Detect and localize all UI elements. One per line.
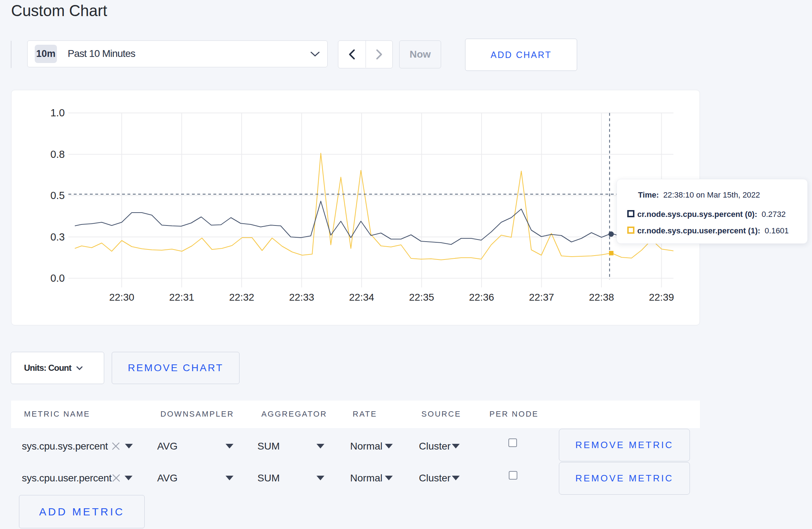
svg-text:1.0: 1.0 <box>50 107 65 118</box>
svg-text:0.0: 0.0 <box>50 272 65 284</box>
svg-text:22:37: 22:37 <box>529 292 554 303</box>
svg-text:22:34: 22:34 <box>349 292 374 303</box>
svg-text:0.3: 0.3 <box>50 231 65 243</box>
svg-text:22:35: 22:35 <box>409 292 434 303</box>
svg-text:0.8: 0.8 <box>50 149 65 160</box>
svg-text:22:32: 22:32 <box>229 292 254 303</box>
svg-text:22:36: 22:36 <box>469 292 494 303</box>
svg-text:22:33: 22:33 <box>289 292 314 303</box>
svg-text:22:31: 22:31 <box>169 292 194 303</box>
svg-text:0.5: 0.5 <box>50 190 65 201</box>
svg-text:22:39: 22:39 <box>649 292 674 303</box>
svg-text:22:38: 22:38 <box>589 292 614 303</box>
svg-text:22:30: 22:30 <box>109 292 134 303</box>
